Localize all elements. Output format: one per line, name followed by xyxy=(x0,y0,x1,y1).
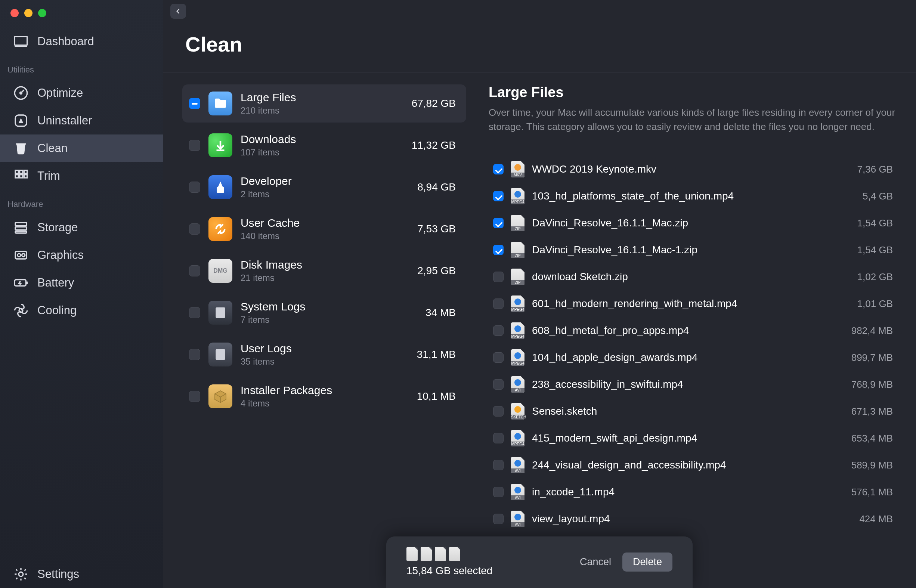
file-checkbox[interactable] xyxy=(493,218,504,228)
category-row[interactable]: User Cache140 items7,53 GB xyxy=(182,210,466,248)
svg-point-18 xyxy=(22,254,25,257)
file-row[interactable]: ZIPDaVinci_Resolve_16.1.1_Mac-1.zip1,54 … xyxy=(489,236,897,263)
file-checkbox[interactable] xyxy=(493,406,504,417)
category-size: 67,82 GB xyxy=(412,97,456,110)
selection-thumbnails xyxy=(406,547,580,561)
file-size: 7,36 GB xyxy=(850,164,893,175)
file-row[interactable]: MPEG4608_hd_metal_for_pro_apps.mp4982,4 … xyxy=(489,317,897,344)
sidebar-item-trim[interactable]: Trim xyxy=(0,162,163,190)
category-row[interactable]: Large Files210 items67,82 GB xyxy=(182,84,466,123)
file-icon: AVI xyxy=(511,484,525,500)
sidebar-item-label: Dashboard xyxy=(37,35,94,48)
category-row[interactable]: Developer2 items8,94 GB xyxy=(182,168,466,206)
file-row[interactable]: MPEG4415_modern_swift_api_design.mp4653,… xyxy=(489,425,897,452)
file-checkbox[interactable] xyxy=(493,191,504,201)
file-row[interactable]: SKETCHSensei.sketch671,3 MB xyxy=(489,398,897,425)
sidebar-item-storage[interactable]: Storage xyxy=(0,214,163,241)
category-subtitle: 140 items xyxy=(241,231,409,241)
cancel-button[interactable]: Cancel xyxy=(580,556,611,568)
category-row[interactable]: Downloads107 items11,32 GB xyxy=(182,126,466,164)
file-row[interactable]: ZIPDaVinci_Resolve_16.1.1_Mac.zip1,54 GB xyxy=(489,210,897,236)
back-button[interactable] xyxy=(170,4,186,19)
fan-icon xyxy=(13,303,28,318)
sidebar-item-dashboard[interactable]: Dashboard xyxy=(0,27,163,55)
file-icon: MPEG4 xyxy=(511,296,525,312)
file-row[interactable]: MPEG4103_hd_platforms_state_of_the_union… xyxy=(489,183,897,210)
svg-rect-0 xyxy=(15,37,27,45)
file-checkbox[interactable] xyxy=(493,245,504,255)
close-window-button[interactable] xyxy=(10,9,19,17)
dmg-icon: DMG xyxy=(208,259,233,283)
file-name: view_layout.mp4 xyxy=(532,513,844,525)
category-checkbox[interactable] xyxy=(189,307,200,318)
sidebar-item-battery[interactable]: Battery xyxy=(0,269,163,297)
file-row[interactable]: AVI238_accessibility_in_swiftui.mp4768,9… xyxy=(489,371,897,398)
file-checkbox[interactable] xyxy=(493,325,504,336)
file-row[interactable]: MKVWWDC 2019 Keynote.mkv7,36 GB xyxy=(489,156,897,183)
category-row[interactable]: System Logs7 items34 MB xyxy=(182,294,466,332)
delete-button[interactable]: Delete xyxy=(622,552,672,572)
zoom-window-button[interactable] xyxy=(38,9,46,17)
category-checkbox[interactable] xyxy=(189,391,200,402)
svg-rect-10 xyxy=(15,175,18,178)
sidebar-item-uninstaller[interactable]: Uninstaller xyxy=(0,107,163,134)
category-row[interactable]: Installer Packages4 items10,1 MB xyxy=(182,377,466,415)
category-checkbox[interactable] xyxy=(189,265,200,276)
file-icon: AVI xyxy=(511,457,525,473)
file-row[interactable]: AVI244_visual_design_and_accessibility.m… xyxy=(489,452,897,478)
category-list: Large Files210 items67,82 GBDownloads107… xyxy=(182,84,466,588)
category-row[interactable]: User Logs35 items31,1 MB xyxy=(182,336,466,373)
file-checkbox[interactable] xyxy=(493,164,504,174)
category-checkbox[interactable] xyxy=(189,98,200,109)
file-checkbox[interactable] xyxy=(493,352,504,363)
category-checkbox[interactable] xyxy=(189,182,200,193)
file-checkbox[interactable] xyxy=(493,299,504,309)
file-row[interactable]: MPEG4104_hd_apple_design_awards.mp4899,7… xyxy=(489,344,897,371)
sidebar-item-label: Battery xyxy=(37,276,74,289)
category-row[interactable]: DMGDisk Images21 items2,95 GB xyxy=(182,252,466,290)
category-checkbox[interactable] xyxy=(189,223,200,234)
minimize-window-button[interactable] xyxy=(24,9,32,17)
window-controls xyxy=(0,5,163,27)
category-name: User Cache xyxy=(241,216,409,229)
file-thumb-icon xyxy=(406,547,418,561)
sidebar-item-graphics[interactable]: Graphics xyxy=(0,241,163,269)
file-checkbox[interactable] xyxy=(493,487,504,497)
sidebar-item-clean[interactable]: Clean xyxy=(0,134,163,162)
svg-rect-11 xyxy=(20,175,23,178)
file-row[interactable]: AVIin_xcode_11.mp4576,1 MB xyxy=(489,478,897,506)
sidebar-item-cooling[interactable]: Cooling xyxy=(0,297,163,324)
file-row[interactable]: MPEG4601_hd_modern_rendering_with_metal.… xyxy=(489,290,897,317)
sidebar-item-settings[interactable]: Settings xyxy=(0,561,163,588)
gear-icon xyxy=(13,567,28,582)
category-name: User Logs xyxy=(241,342,409,355)
file-checkbox[interactable] xyxy=(493,514,504,524)
file-name: 244_visual_design_and_accessibility.mp4 xyxy=(532,459,837,471)
file-checkbox[interactable] xyxy=(493,379,504,389)
details-description: Over time, your Mac will accumulate vari… xyxy=(489,106,897,146)
file-icon: MPEG4 xyxy=(511,188,525,204)
file-checkbox[interactable] xyxy=(493,460,504,470)
sidebar-item-label: Storage xyxy=(37,221,78,234)
category-name: Installer Packages xyxy=(241,384,409,397)
developer-icon xyxy=(208,175,233,199)
svg-rect-26 xyxy=(216,307,225,318)
file-icon: MPEG4 xyxy=(511,349,525,366)
gpu-icon xyxy=(13,248,28,263)
topbar xyxy=(163,0,916,23)
file-size: 1,54 GB xyxy=(850,217,893,229)
sidebar-item-optimize[interactable]: Optimize xyxy=(0,79,163,107)
category-checkbox[interactable] xyxy=(189,140,200,151)
battery-icon xyxy=(13,275,28,290)
file-checkbox[interactable] xyxy=(493,433,504,443)
file-size: 589,9 MB xyxy=(844,459,893,471)
file-details-panel: Large Files Over time, your Mac will acc… xyxy=(489,84,897,588)
category-size: 11,32 GB xyxy=(412,139,456,151)
file-row[interactable]: AVIview_layout.mp4424 MB xyxy=(489,506,897,532)
category-size: 31,1 MB xyxy=(417,349,456,360)
category-checkbox[interactable] xyxy=(189,349,200,360)
svg-rect-20 xyxy=(26,282,27,284)
file-row[interactable]: ZIPdownload Sketch.zip1,02 GB xyxy=(489,263,897,290)
file-checkbox[interactable] xyxy=(493,271,504,282)
file-name: 103_hd_platforms_state_of_the_union.mp4 xyxy=(532,190,848,202)
